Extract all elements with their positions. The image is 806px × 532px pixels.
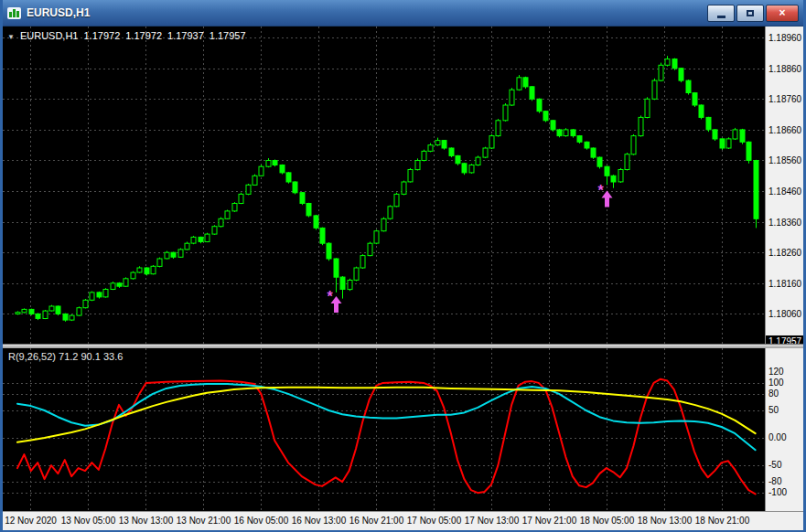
ohlc-low: 1.17937 bbox=[167, 30, 204, 41]
indicator-axis-label: 120 bbox=[768, 367, 784, 377]
pane-divider[interactable] bbox=[3, 344, 803, 348]
indicator-axis-label: 0.00 bbox=[768, 432, 786, 442]
price-axis-label: 1.18760 bbox=[768, 94, 801, 104]
indicator-axis-label: 80 bbox=[768, 388, 779, 399]
time-axis-label: 13 Nov 13:00 bbox=[119, 516, 174, 526]
ohlc-high: 1.17972 bbox=[125, 30, 162, 41]
chart-client-area: ** ▼EURUSD,H11.179721.179721.179371.1795… bbox=[3, 26, 803, 530]
window-title: EURUSD,H1 bbox=[27, 6, 90, 19]
time-axis-label: 16 Nov 21:00 bbox=[349, 516, 404, 526]
time-axis-label: 18 Nov 21:00 bbox=[695, 516, 750, 526]
app-icon bbox=[7, 7, 21, 19]
time-axis-label: 16 Nov 05:00 bbox=[234, 516, 289, 526]
time-axis-label: 17 Nov 05:00 bbox=[407, 516, 462, 526]
candles-layer bbox=[16, 56, 758, 322]
ohlc-open: 1.17972 bbox=[84, 30, 121, 41]
ohlc-close: 1.17957 bbox=[210, 30, 246, 41]
time-axis-label: 17 Nov 21:00 bbox=[522, 516, 577, 526]
ohlc-symbol: EURUSD,H1 bbox=[20, 30, 79, 41]
restore-button[interactable] bbox=[736, 5, 764, 22]
price-axis-label: 1.18660 bbox=[768, 125, 801, 135]
star-marker: * bbox=[328, 289, 334, 304]
minimize-icon bbox=[717, 16, 725, 18]
symbol-marker-icon[interactable]: ▼ bbox=[7, 33, 15, 41]
indicator-axis-label: -80 bbox=[768, 476, 781, 486]
time-axis-label: 13 Nov 05:00 bbox=[61, 516, 116, 526]
chart-window: EURUSD,H1 × ** ▼EURUSD,H11.179721.179721… bbox=[0, 0, 806, 532]
time-axis[interactable]: 12 Nov 202013 Nov 05:0013 Nov 13:0013 No… bbox=[3, 511, 803, 530]
time-axis-label: 17 Nov 13:00 bbox=[465, 516, 520, 526]
price-axis-label: 1.18560 bbox=[768, 155, 801, 165]
price-axis-label: 1.18860 bbox=[768, 64, 801, 74]
symbol-ohlc-line: ▼EURUSD,H11.179721.179721.179371.17957 bbox=[7, 30, 252, 41]
window-controls: × bbox=[707, 5, 799, 22]
minimize-button[interactable] bbox=[707, 5, 735, 22]
price-axis-label: 1.18460 bbox=[768, 186, 801, 197]
time-axis-label: 18 Nov 13:00 bbox=[638, 516, 693, 526]
time-axis-label: 12 Nov 2020 bbox=[5, 516, 57, 526]
price-axis-label: 1.18960 bbox=[768, 33, 801, 43]
indicator-axis-label: 100 bbox=[768, 378, 784, 388]
indicator-series-period-52 bbox=[17, 388, 756, 442]
titlebar[interactable]: EURUSD,H1 × bbox=[3, 0, 803, 26]
time-axis-label: 18 Nov 05:00 bbox=[580, 516, 635, 526]
time-axis-label: 13 Nov 21:00 bbox=[177, 516, 231, 526]
star-marker: * bbox=[598, 183, 605, 198]
indicator-axis-label: 50 bbox=[768, 405, 779, 415]
indicator-series-period-26 bbox=[17, 384, 756, 450]
time-axis-label: 16 Nov 13:00 bbox=[292, 516, 347, 526]
indicator-axis-label: -50 bbox=[768, 460, 781, 470]
indicator-label: R(9,26,52) 71.2 90.1 33.6 bbox=[8, 351, 123, 362]
indicator-axis-label: -100 bbox=[768, 487, 787, 497]
restore-icon bbox=[747, 10, 754, 16]
price-axis-label: 1.18060 bbox=[768, 309, 801, 319]
close-icon: × bbox=[779, 6, 785, 19]
price-axis[interactable]: 1.17957 1.189601.188601.187601.186601.18… bbox=[765, 27, 803, 511]
price-axis-label: 1.18160 bbox=[768, 279, 801, 289]
price-axis-label: 1.18360 bbox=[768, 218, 801, 228]
main-chart-pane[interactable]: ** bbox=[3, 27, 765, 344]
indicator-pane[interactable] bbox=[3, 348, 765, 511]
close-button[interactable]: × bbox=[766, 5, 799, 22]
price-axis-label: 1.18260 bbox=[768, 248, 801, 258]
